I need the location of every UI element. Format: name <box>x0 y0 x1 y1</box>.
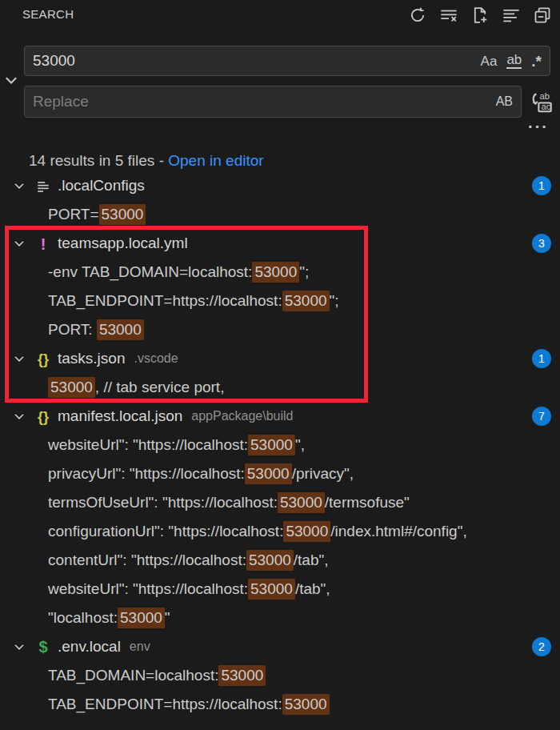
svg-text:ac: ac <box>541 102 550 111</box>
match-row[interactable]: contentUrl": "https://localhost:53000/ta… <box>0 546 560 575</box>
match-post-text: /tab", <box>294 552 329 569</box>
match-pre-text: websiteUrl": "https://localhost: <box>48 580 248 598</box>
match-post-text: /termsofuse" <box>325 494 410 511</box>
match-count-badge: 7 <box>532 407 551 426</box>
match-row[interactable]: websiteUrl": "https://localhost:53000", <box>0 431 560 459</box>
match-highlight: 53000 <box>282 694 330 715</box>
match-row[interactable]: TAB_ENDPOINT=https://localhost:53000"; <box>0 287 560 315</box>
open-new-search-editor-icon[interactable] <box>470 6 490 25</box>
regex-icon[interactable]: .* <box>531 54 542 69</box>
file-path: appPackage\build <box>191 409 293 423</box>
match-highlight: 53000 <box>278 492 325 513</box>
title-actions <box>408 6 552 25</box>
match-pre-text: PORT= <box>48 206 99 223</box>
match-pre-text: TAB_ENDPOINT=https://localhost: <box>48 696 282 713</box>
match-highlight: 53000 <box>248 435 295 455</box>
file-row[interactable]: {}tasks.json.vscode1 <box>0 344 560 373</box>
file-name: manifest.local.json <box>58 407 182 425</box>
refresh-icon[interactable] <box>408 6 427 25</box>
match-highlight: 53000 <box>118 608 165 628</box>
match-highlight: 53000 <box>245 463 292 484</box>
chevron-down-icon[interactable] <box>10 407 28 425</box>
match-highlight: 53000 <box>248 579 295 600</box>
match-pre-text: contentUrl": "https://localhost: <box>48 552 246 569</box>
json-braces-icon: {} <box>33 409 54 424</box>
match-row[interactable]: 53000, // tab service port, <box>0 373 560 402</box>
svg-text:ab: ab <box>540 91 550 101</box>
match-highlight: 53000 <box>218 665 266 686</box>
match-row[interactable]: configurationUrl": "https://localhost:53… <box>0 517 560 546</box>
replace-all-icon[interactable]: ab ac <box>529 90 553 114</box>
match-pre-text: "localhost: <box>48 609 118 627</box>
match-row[interactable]: TAB_DOMAIN=localhost:53000 <box>0 661 560 690</box>
match-case-icon[interactable]: Aa <box>481 54 498 68</box>
results-summary: 14 results in 5 files - <box>29 152 168 169</box>
match-row[interactable]: PORT: 53000 <box>0 315 560 344</box>
toggle-replace-chevron-icon[interactable] <box>2 71 20 89</box>
match-post-text: " <box>165 609 170 627</box>
open-in-editor-link[interactable]: Open in editor <box>168 152 263 169</box>
chevron-down-icon[interactable] <box>10 638 28 656</box>
whole-word-icon[interactable]: ab <box>506 53 522 69</box>
match-highlight: 53000 <box>246 550 294 571</box>
file-name: teamsapp.local.yml <box>58 235 188 252</box>
match-pre-text: -env TAB_DOMAIN=localhost: <box>48 263 252 281</box>
results-list: .localConfigs1PORT=53000!teamsapp.local.… <box>0 171 560 719</box>
preserve-case-icon[interactable]: AB <box>496 95 513 108</box>
yaml-exclamation-icon: ! <box>33 235 54 252</box>
match-row[interactable]: -env TAB_DOMAIN=localhost:53000"; <box>0 258 560 287</box>
match-count-badge: 3 <box>532 234 551 253</box>
match-post-text: /privacy", <box>292 465 354 483</box>
match-highlight: 53000 <box>252 262 299 283</box>
match-post-text: ", <box>295 436 305 454</box>
file-lines-icon <box>33 178 54 194</box>
match-count-badge: 1 <box>532 176 551 195</box>
chevron-down-icon[interactable] <box>10 350 28 367</box>
match-highlight: 53000 <box>97 319 144 340</box>
env-dollar-icon: $ <box>33 639 54 655</box>
match-row[interactable]: TAB_ENDPOINT=https://localhost:53000 <box>0 690 560 719</box>
match-pre-text: PORT: <box>48 321 97 339</box>
more-actions-icon[interactable]: ··· <box>528 118 549 134</box>
file-row[interactable]: {}manifest.local.jsonappPackage\build7 <box>0 402 560 431</box>
match-row[interactable]: termsOfUseUrl": "https://localhost:53000… <box>0 488 560 517</box>
results-summary-line: 14 results in 5 files - Open in editor <box>29 152 264 170</box>
match-row[interactable]: websiteUrl": "https://localhost:53000/ta… <box>0 575 560 604</box>
match-pre-text: configurationUrl": "https://localhost: <box>48 523 283 540</box>
collapse-all-icon[interactable] <box>533 6 552 25</box>
match-post-text: "; <box>330 292 339 310</box>
match-post-text: , // tab service port, <box>95 379 225 396</box>
file-path: .vscode <box>134 351 178 366</box>
replace-placeholder: Replace <box>33 93 89 110</box>
match-post-text: /index.html#/config", <box>330 523 466 540</box>
file-name: tasks.json <box>58 350 125 367</box>
view-as-list-icon[interactable] <box>502 6 521 25</box>
match-pre-text: termsOfUseUrl": "https://localhost: <box>48 494 278 511</box>
match-pre-text: websiteUrl": "https://localhost: <box>48 436 248 454</box>
panel-title: SEARCH <box>22 7 74 21</box>
clear-search-results-icon[interactable] <box>439 6 458 25</box>
match-post-text: "; <box>299 263 309 281</box>
file-name: .env.local <box>58 638 121 656</box>
chevron-down-icon[interactable] <box>10 235 28 252</box>
match-highlight: 53000 <box>99 204 146 225</box>
search-panel-titlebar: SEARCH <box>0 0 560 32</box>
search-query: 53000 <box>33 52 75 70</box>
search-input[interactable]: 53000 Aa ab .* <box>24 46 550 76</box>
file-row[interactable]: $.env.localenv2 <box>0 632 560 661</box>
replace-input[interactable]: Replace AB <box>24 86 522 118</box>
match-highlight: 53000 <box>282 291 330 311</box>
match-count-badge: 1 <box>532 349 551 368</box>
match-pre-text: TAB_DOMAIN=localhost: <box>48 667 218 684</box>
match-row[interactable]: privacyUrl": "https://localhost:53000/pr… <box>0 459 560 488</box>
match-post-text: /tab", <box>295 580 330 598</box>
match-highlight: 53000 <box>48 377 95 398</box>
json-braces-icon: {} <box>33 351 54 367</box>
file-row[interactable]: !teamsapp.local.yml3 <box>0 229 560 258</box>
file-row[interactable]: .localConfigs1 <box>0 171 560 200</box>
match-highlight: 53000 <box>283 521 330 542</box>
file-path: env <box>130 640 150 654</box>
match-row[interactable]: PORT=53000 <box>0 200 560 229</box>
match-row[interactable]: "localhost:53000" <box>0 604 560 632</box>
chevron-down-icon[interactable] <box>10 177 28 195</box>
